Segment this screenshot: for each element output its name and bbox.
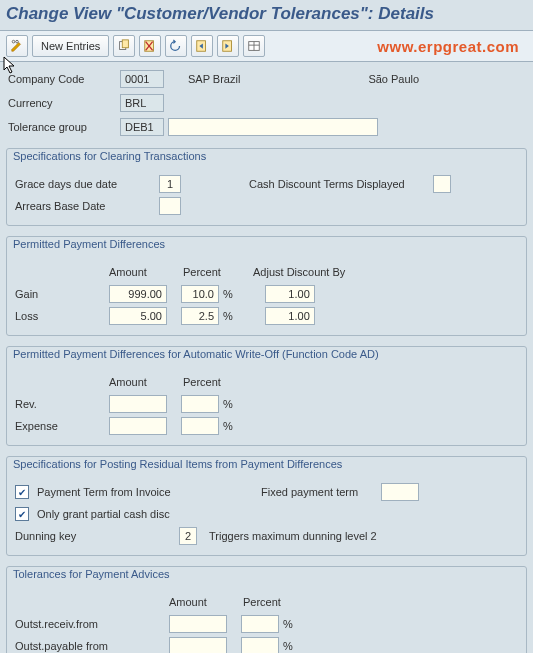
group-permitted-diff: Permitted Payment Differences Amount Per… (6, 236, 527, 336)
dunning-key-label: Dunning key (15, 530, 175, 542)
copy-icon (117, 39, 131, 53)
arrears-label: Arrears Base Date (15, 200, 155, 212)
partial-cash-checkbox[interactable]: ✔ (15, 507, 29, 521)
tolerance-group-field: DEB1 (120, 118, 164, 136)
company-city-text: São Paulo (364, 73, 423, 85)
undo-icon (169, 39, 183, 53)
next-entry-button[interactable] (217, 35, 239, 57)
group-title: Specifications for Posting Residual Item… (7, 456, 526, 474)
previous-entry-button[interactable] (191, 35, 213, 57)
watermark-text: www.erpgreat.com (377, 38, 527, 55)
mouse-cursor-icon (3, 56, 17, 77)
group-permitted-diff-auto: Permitted Payment Differences for Automa… (6, 346, 527, 446)
tolerance-group-desc-input[interactable] (168, 118, 378, 136)
gain-percent-input[interactable]: 10.0 (181, 285, 219, 303)
percent-sign: % (223, 398, 233, 410)
tolerance-group-label: Tolerance group (6, 121, 120, 133)
outst-pay-label: Outst.payable from (15, 640, 165, 652)
svg-point-1 (16, 40, 19, 43)
col-percent-label: Percent (183, 266, 249, 278)
dunning-desc-text: Triggers maximum dunning level 2 (209, 530, 377, 542)
rev-percent-input[interactable] (181, 395, 219, 413)
col-percent-label: Percent (183, 376, 249, 388)
gain-amount-input[interactable]: 999.00 (109, 285, 167, 303)
pencil-glasses-icon (10, 39, 24, 53)
gain-label: Gain (15, 288, 105, 300)
cash-disc-label: Cash Discount Terms Displayed (249, 178, 429, 190)
dunning-key-input[interactable]: 2 (179, 527, 197, 545)
percent-sign: % (223, 288, 233, 300)
group-tolerances-advices: Tolerances for Payment Advices Amount Pe… (6, 566, 527, 653)
outst-pay-amount-input[interactable] (169, 637, 227, 653)
svg-rect-3 (123, 40, 129, 48)
percent-sign: % (283, 640, 293, 652)
outst-recv-amount-input[interactable] (169, 615, 227, 633)
group-residual-spec: Specifications for Posting Residual Item… (6, 456, 527, 556)
outst-recv-percent-input[interactable] (241, 615, 279, 633)
table-icon (247, 39, 261, 53)
outst-recv-label: Outst.receiv.from (15, 618, 165, 630)
grace-days-label: Grace days due date (15, 178, 155, 190)
page-title: Change View "Customer/Vendor Tolerances"… (0, 0, 533, 31)
col-amount-label: Amount (109, 376, 179, 388)
group-title: Permitted Payment Differences (7, 236, 526, 254)
company-code-label: Company Code (6, 73, 120, 85)
toolbar: New Entries www.erpgreat.com (0, 31, 533, 62)
exp-percent-input[interactable] (181, 417, 219, 435)
loss-percent-input[interactable]: 2.5 (181, 307, 219, 325)
pt-invoice-label: Payment Term from Invoice (37, 486, 257, 498)
col-percent-label: Percent (243, 596, 309, 608)
loss-amount-input[interactable]: 5.00 (109, 307, 167, 325)
currency-field: BRL (120, 94, 164, 112)
grace-days-input[interactable]: 1 (159, 175, 181, 193)
col-adjust-label: Adjust Discount By (253, 266, 373, 278)
fixed-pt-input[interactable] (381, 483, 419, 501)
group-title: Permitted Payment Differences for Automa… (7, 346, 526, 364)
percent-sign: % (223, 310, 233, 322)
rev-amount-input[interactable] (109, 395, 167, 413)
prev-icon (195, 39, 209, 53)
col-amount-label: Amount (109, 266, 179, 278)
currency-label: Currency (6, 97, 120, 109)
print-button[interactable] (243, 35, 265, 57)
arrears-input[interactable] (159, 197, 181, 215)
partial-cash-label: Only grant partial cash disc (37, 508, 257, 520)
group-title: Tolerances for Payment Advices (7, 566, 526, 584)
new-entries-button[interactable]: New Entries (32, 35, 109, 57)
outst-pay-percent-input[interactable] (241, 637, 279, 653)
delete-icon (143, 39, 157, 53)
rev-label: Rev. (15, 398, 105, 410)
copy-as-button[interactable] (113, 35, 135, 57)
company-code-field: 0001 (120, 70, 164, 88)
group-title: Specifications for Clearing Transactions (7, 148, 526, 166)
percent-sign: % (223, 420, 233, 432)
cash-disc-input[interactable] (433, 175, 451, 193)
display-change-button[interactable] (6, 35, 28, 57)
col-amount-label: Amount (169, 596, 239, 608)
delete-button[interactable] (139, 35, 161, 57)
gain-adjust-input[interactable]: 1.00 (265, 285, 315, 303)
fixed-pt-label: Fixed payment term (261, 486, 377, 498)
next-icon (221, 39, 235, 53)
loss-adjust-input[interactable]: 1.00 (265, 307, 315, 325)
svg-point-0 (12, 40, 15, 43)
company-name-text: SAP Brazil (184, 73, 244, 85)
undo-button[interactable] (165, 35, 187, 57)
percent-sign: % (283, 618, 293, 630)
exp-amount-input[interactable] (109, 417, 167, 435)
form-area: Company Code 0001 SAP Brazil São Paulo C… (0, 62, 533, 653)
expense-label: Expense (15, 420, 105, 432)
loss-label: Loss (15, 310, 105, 322)
pt-invoice-checkbox[interactable]: ✔ (15, 485, 29, 499)
group-clearing-spec: Specifications for Clearing Transactions… (6, 148, 527, 226)
